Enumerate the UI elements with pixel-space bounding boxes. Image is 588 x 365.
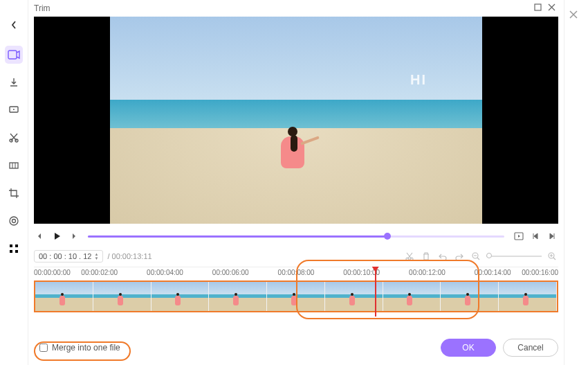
zoom-knob[interactable] [486, 253, 492, 258]
undo-icon[interactable] [437, 250, 449, 262]
overlay-text: HI [410, 72, 427, 88]
timeline-thumbnail[interactable] [383, 282, 441, 311]
ruler-tick: 00:00:00:00 [34, 269, 71, 276]
skip-end-icon[interactable] [546, 230, 558, 242]
timeline[interactable] [34, 279, 558, 314]
svg-point-5 [10, 217, 18, 225]
play-segment-icon[interactable] [513, 230, 525, 242]
zoom-out-icon[interactable] [470, 250, 482, 262]
video-frame: HI [110, 17, 482, 224]
svg-rect-4 [10, 163, 18, 168]
play-icon[interactable] [50, 230, 63, 242]
svg-point-6 [12, 220, 16, 223]
progress-knob[interactable] [384, 233, 391, 240]
timeline-clip[interactable] [34, 281, 558, 312]
total-duration: / 00:00:13:11 [107, 252, 151, 260]
footer: Merge into one file OK Cancel [34, 337, 558, 358]
timeline-thumbnail[interactable] [441, 282, 499, 311]
time-step-down-icon[interactable]: ▼ [94, 256, 98, 260]
timeline-thumbnail[interactable] [151, 282, 210, 311]
merge-checkbox-input[interactable] [39, 344, 48, 352]
timeline-thumbnail[interactable] [35, 282, 93, 311]
tool-media[interactable] [5, 46, 23, 64]
skip-start-icon[interactable] [529, 230, 542, 242]
ruler-tick: 00:00:02:00 [81, 269, 118, 276]
merge-label: Merge into one file [52, 343, 120, 353]
merge-checkbox[interactable]: Merge into one file [34, 340, 126, 355]
maximize-icon[interactable] [531, 3, 544, 13]
app-window: Trim HI [0, 0, 588, 365]
zoom-control [470, 250, 558, 262]
svg-rect-9 [10, 250, 12, 253]
ruler-tick: 00:00:04:00 [147, 269, 183, 276]
progress-fill [88, 235, 387, 238]
tool-grid[interactable] [5, 240, 23, 258]
zoom-slider[interactable] [486, 256, 542, 257]
tool-crop[interactable] [5, 184, 23, 202]
zoom-in-icon[interactable] [546, 250, 558, 262]
timeline-thumbnail[interactable] [499, 282, 557, 311]
next-frame-icon[interactable] [67, 230, 80, 242]
timeline-playhead[interactable] [375, 268, 376, 317]
close-icon[interactable] [544, 3, 558, 13]
video-preview[interactable]: HI [34, 17, 558, 224]
current-time-value: 00 : 00 : 10 . 12 [39, 252, 91, 260]
tool-aspect[interactable] [5, 157, 23, 175]
current-time-input[interactable]: 00 : 00 : 10 . 12 ▲ ▼ [34, 250, 103, 262]
progress-bar[interactable] [88, 235, 504, 238]
redo-icon[interactable] [453, 250, 466, 262]
timeline-thumbnail[interactable] [93, 282, 151, 311]
tool-cut[interactable] [5, 129, 23, 147]
time-row: 00 : 00 : 10 . 12 ▲ ▼ / 00:00:13:11 [34, 247, 558, 265]
svg-rect-7 [10, 244, 12, 247]
playback-controls [34, 226, 558, 246]
delete-icon[interactable] [420, 250, 432, 262]
timeline-thumbnail[interactable] [209, 282, 267, 311]
outer-close-icon[interactable] [569, 10, 578, 22]
titlebar: Trim [28, 0, 564, 17]
svg-rect-8 [15, 244, 18, 247]
tool-download[interactable] [5, 73, 23, 91]
ruler-tick: 00:00:08:00 [278, 269, 315, 276]
cancel-button[interactable]: Cancel [503, 339, 558, 357]
svg-rect-11 [535, 4, 541, 10]
timeline-thumbnail[interactable] [267, 282, 325, 311]
svg-rect-0 [8, 51, 17, 59]
ok-button[interactable]: OK [441, 339, 496, 357]
trim-modal: Trim HI [28, 0, 564, 365]
sidebar [0, 17, 28, 365]
back-icon[interactable] [10, 20, 17, 32]
timeline-ruler[interactable]: 00:00:00:0000:00:02:0000:00:04:0000:00:0… [34, 267, 558, 279]
ruler-tick: 00:00:06:00 [212, 269, 249, 276]
window-title: Trim [34, 3, 50, 13]
split-icon[interactable] [403, 250, 416, 262]
prev-frame-icon[interactable] [34, 230, 46, 242]
ruler-tick: 00:00:16:00 [522, 269, 558, 276]
ruler-tick: 00:00:14:00 [475, 269, 511, 276]
svg-rect-10 [15, 250, 18, 253]
ruler-tick: 00:00:12:00 [409, 269, 445, 276]
tool-display[interactable] [5, 101, 23, 119]
tool-effect[interactable] [5, 212, 23, 230]
